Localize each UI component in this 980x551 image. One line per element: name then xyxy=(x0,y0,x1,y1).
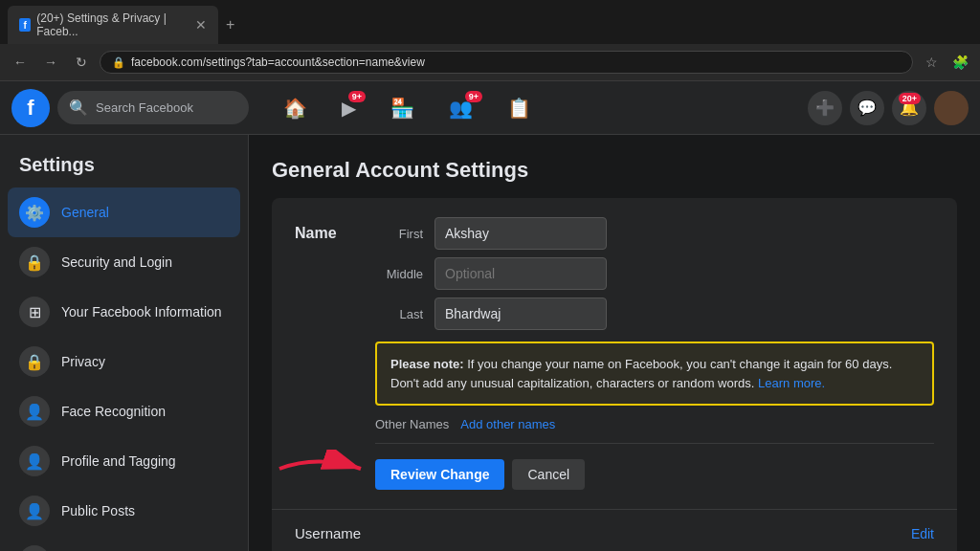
nav-pages[interactable]: 📋 xyxy=(492,89,546,127)
sidebar-item-label-security: Security and Login xyxy=(61,254,172,270)
tab-favicon: f xyxy=(19,18,31,32)
add-button[interactable]: ➕ xyxy=(808,91,842,125)
username-row: Username Edit xyxy=(272,510,957,551)
sidebar: Settings ⚙️ General 🔒 Security and Login… xyxy=(0,135,249,551)
search-bar[interactable]: 🔍 xyxy=(57,91,249,124)
fb-info-icon: ⊞ xyxy=(19,297,50,327)
section-divider xyxy=(375,443,934,444)
url-text: facebook.com/settings?tab=account&sectio… xyxy=(131,55,425,69)
add-other-names-link[interactable]: Add other names xyxy=(460,417,555,431)
groups-badge: 9+ xyxy=(465,91,482,102)
facebook-header: f 🔍 🏠 ▶ 9+ 🏪 👥 9+ 📋 ➕ 💬 🔔 20+ xyxy=(0,81,980,135)
learn-more-link[interactable]: Learn more. xyxy=(758,376,825,390)
header-right: ➕ 💬 🔔 20+ xyxy=(808,91,969,125)
action-buttons: Review Change Cancel xyxy=(375,459,585,490)
sidebar-item-label-profile: Profile and Tagging xyxy=(61,453,176,469)
other-names-row: Other Names Add other names xyxy=(375,417,934,431)
pages-icon: 📋 xyxy=(507,97,531,120)
settings-card: Name First Middle Last xyxy=(272,198,957,551)
sidebar-item-privacy[interactable]: 🔒 Privacy xyxy=(8,337,240,386)
tab-title: (20+) Settings & Privacy | Faceb... xyxy=(36,11,189,38)
browser-tab[interactable]: f (20+) Settings & Privacy | Faceb... ✕ xyxy=(8,6,218,44)
new-tab-button[interactable]: + xyxy=(218,12,242,37)
face-recognition-icon: 👤 xyxy=(19,396,50,427)
browser-chrome: f (20+) Settings & Privacy | Faceb... ✕ … xyxy=(0,0,980,81)
last-name-label: Last xyxy=(375,307,423,321)
username-edit-link[interactable]: Edit xyxy=(911,526,934,541)
messenger-button[interactable]: 💬 xyxy=(850,91,884,125)
extensions-button[interactable]: 🧩 xyxy=(947,50,972,75)
app-layout: Settings ⚙️ General 🔒 Security and Login… xyxy=(0,135,980,551)
name-section-inner: Name First Middle Last xyxy=(295,217,934,490)
notifications-button[interactable]: 🔔 20+ xyxy=(892,91,926,125)
refresh-button[interactable]: ↻ xyxy=(69,50,94,75)
notifications-badge: 20+ xyxy=(899,93,921,104)
arrow-indicator xyxy=(270,450,375,492)
last-name-input[interactable] xyxy=(434,298,607,330)
middle-name-row: Middle xyxy=(375,257,934,290)
browser-controls: ← → ↻ 🔒 facebook.com/settings?tab=accoun… xyxy=(0,44,980,80)
other-names-label: Other Names xyxy=(375,417,449,431)
sidebar-item-general[interactable]: ⚙️ General xyxy=(8,187,240,237)
search-icon: 🔍 xyxy=(69,99,88,117)
review-change-button[interactable]: Review Change xyxy=(375,459,504,490)
sidebar-item-fb-info[interactable]: ⊞ Your Facebook Information xyxy=(8,287,240,337)
username-label: Username xyxy=(295,525,361,541)
nav-marketplace[interactable]: 🏪 xyxy=(375,89,430,127)
sidebar-item-profile-tagging[interactable]: 👤 Profile and Tagging xyxy=(8,436,240,486)
sidebar-title: Settings xyxy=(8,146,240,187)
forward-button[interactable]: → xyxy=(38,50,63,75)
sidebar-item-public-posts[interactable]: 👤 Public Posts xyxy=(8,486,240,536)
header-nav: 🏠 ▶ 9+ 🏪 👥 9+ 📋 xyxy=(268,89,546,127)
profile-tagging-icon: 👤 xyxy=(19,446,50,476)
last-name-row: Last xyxy=(375,298,934,330)
privacy-icon: 🔒 xyxy=(19,346,50,377)
search-input[interactable] xyxy=(96,100,237,115)
general-icon: ⚙️ xyxy=(19,197,50,228)
main-content: General Account Settings Name First Midd… xyxy=(249,135,980,551)
first-name-input[interactable] xyxy=(434,217,607,250)
tab-close-button[interactable]: ✕ xyxy=(195,17,207,33)
sidebar-item-label-face: Face Recognition xyxy=(61,404,166,419)
middle-name-input[interactable] xyxy=(434,257,607,290)
red-arrow-svg xyxy=(270,450,375,488)
name-section: Name First Middle Last xyxy=(272,198,957,510)
bookmark-button[interactable]: ☆ xyxy=(919,50,944,75)
marketplace-icon: 🏪 xyxy=(390,97,414,120)
nav-home[interactable]: 🏠 xyxy=(268,89,323,127)
name-fields: First Middle Last Please note: xyxy=(375,217,934,490)
sidebar-item-label-general: General xyxy=(61,205,109,220)
middle-name-label: Middle xyxy=(375,267,423,281)
browser-action-buttons: ☆ 🧩 xyxy=(919,50,972,75)
nav-watch[interactable]: ▶ 9+ xyxy=(326,89,371,127)
facebook-logo[interactable]: f xyxy=(11,89,50,127)
public-posts-icon: 👤 xyxy=(19,496,50,526)
home-icon: 🏠 xyxy=(283,97,307,120)
sidebar-item-label-privacy: Privacy xyxy=(61,354,105,369)
lock-icon: 🔒 xyxy=(112,56,125,69)
first-name-row: First xyxy=(375,217,934,250)
address-bar[interactable]: 🔒 facebook.com/settings?tab=account&sect… xyxy=(100,51,913,74)
sidebar-item-security[interactable]: 🔒 Security and Login xyxy=(8,237,240,287)
page-title: General Account Settings xyxy=(272,158,957,183)
blocking-icon: 🚫 xyxy=(19,545,50,551)
sidebar-item-blocking[interactable]: 🚫 Blocking xyxy=(8,536,240,551)
tab-bar: f (20+) Settings & Privacy | Faceb... ✕ … xyxy=(0,0,980,44)
sidebar-item-label-fb-info: Your Facebook Information xyxy=(61,304,222,320)
sidebar-item-face-recognition[interactable]: 👤 Face Recognition xyxy=(8,386,240,436)
security-icon: 🔒 xyxy=(19,247,50,277)
sidebar-item-label-public: Public Posts xyxy=(61,503,135,518)
cancel-button[interactable]: Cancel xyxy=(512,459,585,490)
first-name-label: First xyxy=(375,227,423,241)
name-change-note: Please note: If you change your name on … xyxy=(375,342,934,406)
watch-badge: 9+ xyxy=(348,91,366,102)
back-button[interactable]: ← xyxy=(8,50,33,75)
nav-groups[interactable]: 👥 9+ xyxy=(434,89,488,127)
note-bold: Please note: xyxy=(390,357,464,371)
profile-avatar[interactable] xyxy=(934,91,969,125)
